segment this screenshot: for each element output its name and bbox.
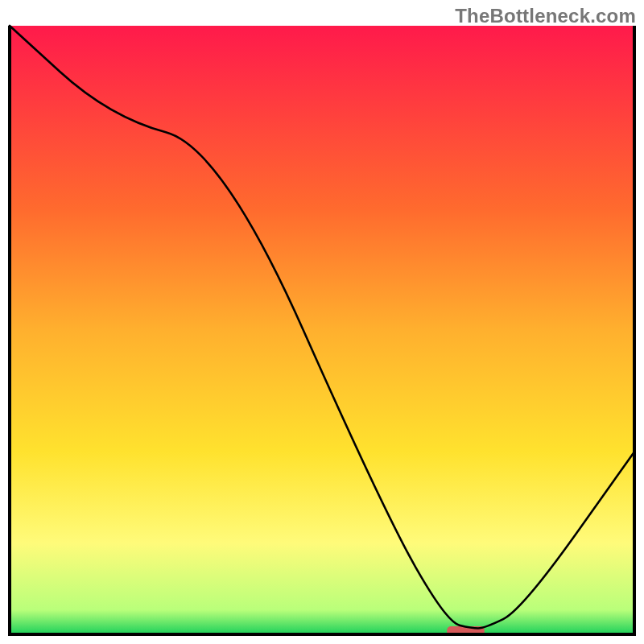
chart-svg — [10, 26, 634, 634]
chart-root: TheBottleneck.com — [0, 0, 644, 644]
chart-plot-frame — [10, 26, 634, 634]
chart-background — [10, 26, 634, 634]
watermark-text: TheBottleneck.com — [455, 5, 636, 27]
